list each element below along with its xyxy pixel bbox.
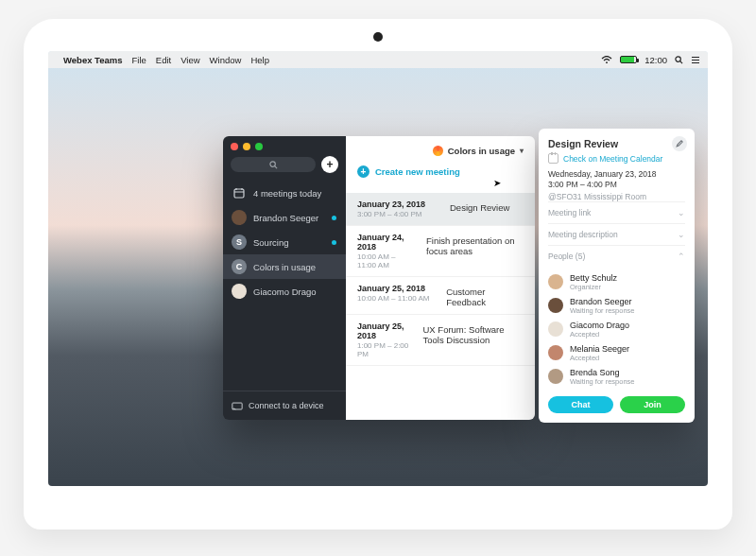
meeting-date: January 25, 2018 <box>357 284 435 293</box>
people-accordion[interactable]: People (5) ⌃ <box>548 245 685 267</box>
meeting-title: UX Forum: Software Tools Discussion <box>423 321 524 358</box>
plus-icon: + <box>357 165 369 178</box>
spotlight-icon[interactable] <box>675 56 683 64</box>
avatar <box>232 210 247 225</box>
chevron-down-icon: ▾ <box>520 147 524 155</box>
avatar <box>548 369 563 384</box>
person-name: Betty Schulz <box>570 273 617 283</box>
meeting-description-accordion[interactable]: Meeting description ⌄ <box>548 223 685 245</box>
meeting-row[interactable]: January 25, 201810:00 AM – 11:00 AM Cust… <box>346 277 535 315</box>
battery-icon[interactable] <box>620 56 637 63</box>
accordion-label: Meeting link <box>548 208 591 217</box>
svg-point-0 <box>606 61 608 63</box>
minimize-window-button[interactable] <box>243 143 250 150</box>
zoom-window-button[interactable] <box>255 143 263 150</box>
menu-view[interactable]: View <box>180 55 199 65</box>
laptop-frame: Webex Teams File Edit View Window Help 1… <box>24 19 732 530</box>
create-meeting-button[interactable]: + Create new meeting <box>357 165 460 178</box>
create-meeting-label: Create new meeting <box>375 166 460 177</box>
person-row[interactable]: Brenda SongWaiting for response <box>548 365 685 389</box>
sidebar-item-label: Brandon Seeger <box>253 213 318 223</box>
close-window-button[interactable] <box>231 143 238 150</box>
macos-menubar: Webex Teams File Edit View Window Help 1… <box>48 51 708 68</box>
space-logo-icon <box>433 146 443 156</box>
menu-file[interactable]: File <box>131 55 146 65</box>
meeting-detail-popover: Design Review Check on Meeting Calendar … <box>539 129 695 423</box>
unread-indicator <box>332 240 336 245</box>
search-input[interactable] <box>231 157 316 172</box>
app-menu[interactable]: Webex Teams <box>63 55 122 65</box>
people-list: Betty SchulzOrganizer Brandon SeegerWait… <box>548 267 685 389</box>
person-name: Brandon Seeger <box>570 297 635 306</box>
menu-help[interactable]: Help <box>250 55 269 65</box>
menu-window[interactable]: Window <box>210 55 242 65</box>
detail-title: Design Review <box>548 138 685 149</box>
sidebar-item-meetings-today[interactable]: 4 meetings today <box>223 181 346 205</box>
search-icon <box>269 161 278 169</box>
avatar: S <box>232 235 247 250</box>
join-button[interactable]: Join <box>620 396 685 413</box>
connect-to-device-button[interactable]: Connect to a device <box>223 391 346 420</box>
window-traffic-lights <box>223 136 346 156</box>
person-status: Waiting for response <box>570 306 635 315</box>
menubar-list-icon[interactable] <box>691 56 700 64</box>
chevron-up-icon: ⌃ <box>678 252 685 261</box>
avatar <box>232 284 247 299</box>
space-header-dropdown[interactable]: Colors in usage ▾ <box>433 146 524 156</box>
avatar <box>548 345 563 360</box>
person-row[interactable]: Melania SeegerAccepted <box>548 341 685 365</box>
svg-point-2 <box>269 161 274 165</box>
main-panel: Colors in usage ▾ + Create new meeting ➤… <box>346 136 535 420</box>
detail-location: @SFO31 Mississippi Room <box>548 192 685 201</box>
chevron-down-icon: ⌄ <box>678 230 685 239</box>
person-status: Waiting for response <box>570 377 635 386</box>
meeting-row[interactable]: January 24, 201810:00 AM – 11:00 AM Fini… <box>346 226 535 277</box>
camera-dot <box>373 32 383 42</box>
desktop-screen: Webex Teams File Edit View Window Help 1… <box>48 51 708 486</box>
meeting-time: 10:00 AM – 11:00 AM <box>357 294 435 303</box>
meeting-title: Customer Feedback <box>446 284 524 307</box>
detail-date: Wednesday, January 23, 2018 <box>548 169 685 180</box>
meeting-date: January 25, 2018 <box>357 321 412 340</box>
sidebar-item-giacomo-drago[interactable]: Giacomo Drago <box>223 279 346 304</box>
calendar-icon <box>232 185 247 200</box>
sidebar-item-label: Giacomo Drago <box>253 287 317 297</box>
cast-icon <box>232 402 243 410</box>
person-row[interactable]: Giacomo DragoAccepted <box>548 318 685 341</box>
meeting-date: January 23, 2018 <box>357 200 438 209</box>
sidebar-item-label: Sourcing <box>253 237 289 248</box>
unread-indicator <box>332 216 336 220</box>
connect-label: Connect to a device <box>249 401 324 410</box>
check-on-calendar-link[interactable]: Check on Meeting Calendar <box>548 153 685 164</box>
meeting-title: Finish presentation on focus areas <box>426 233 524 269</box>
sidebar-item-brandon-seeger[interactable]: Brandon Seeger <box>223 205 346 230</box>
person-status: Accepted <box>570 354 629 362</box>
menu-edit[interactable]: Edit <box>156 55 171 65</box>
new-space-button[interactable]: + <box>321 156 338 173</box>
person-row[interactable]: Betty SchulzOrganizer <box>548 270 685 294</box>
sidebar-item-label: Colors in usage <box>253 262 316 272</box>
detail-time: 3:00 PM – 4:00 PM <box>548 180 685 190</box>
meeting-link-accordion[interactable]: Meeting link ⌄ <box>548 201 685 223</box>
person-name: Giacomo Drago <box>570 321 629 330</box>
avatar <box>548 274 563 289</box>
meeting-time: 3:00 PM – 4:00 PM <box>357 210 438 218</box>
calendar-icon <box>548 153 558 164</box>
sidebar-item-colors-in-usage[interactable]: C Colors in usage <box>223 254 346 279</box>
accordion-label: Meeting description <box>548 230 618 239</box>
meetings-list: January 23, 20183:00 PM – 4:00 PM Design… <box>346 193 535 366</box>
app-window: + 4 meetings today Brandon Seeger S Sour… <box>223 136 535 420</box>
avatar <box>548 321 563 337</box>
person-status: Organizer <box>570 283 617 291</box>
avatar: C <box>232 259 247 274</box>
sidebar-item-label: 4 meetings today <box>253 188 321 199</box>
sidebar-item-sourcing[interactable]: S Sourcing <box>223 230 346 254</box>
edit-meeting-button[interactable] <box>672 136 687 151</box>
clock[interactable]: 12:00 <box>644 55 667 65</box>
wifi-icon[interactable] <box>601 56 612 64</box>
chat-button[interactable]: Chat <box>548 396 613 413</box>
meeting-row[interactable]: January 25, 20181:00 PM – 2:00 PM UX For… <box>346 315 535 366</box>
person-row[interactable]: Brandon SeegerWaiting for response <box>548 294 685 318</box>
meeting-time: 10:00 AM – 11:00 AM <box>357 252 415 269</box>
meeting-row[interactable]: January 23, 20183:00 PM – 4:00 PM Design… <box>346 193 535 226</box>
